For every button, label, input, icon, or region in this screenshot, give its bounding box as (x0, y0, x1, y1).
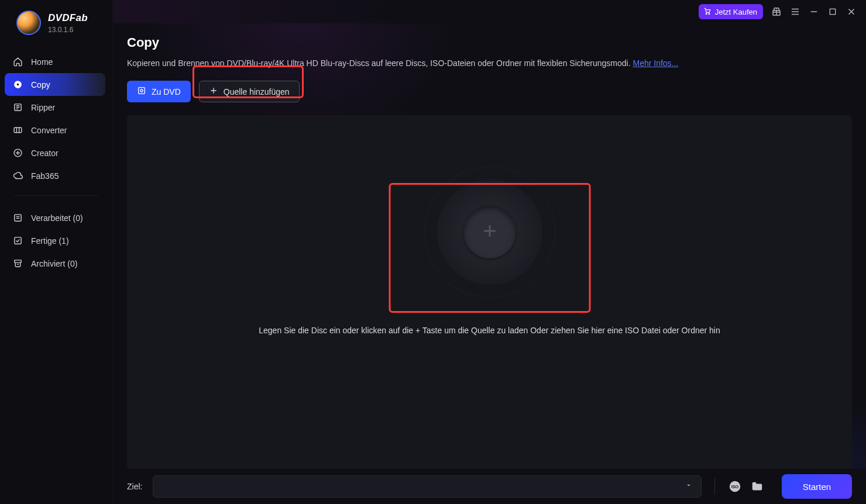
to-dvd-button[interactable]: Zu DVD (127, 81, 191, 102)
svg-text:ISO: ISO (731, 484, 739, 489)
sidebar-item-archived[interactable]: Archiviert (0) (5, 252, 105, 275)
svg-rect-11 (830, 9, 835, 14)
action-row: Zu DVD Quelle hinzufügen (127, 81, 852, 102)
page-description-text: Kopieren und Brennen von DVD/Blu-ray/4K … (127, 58, 633, 68)
sidebar-item-ripper[interactable]: Ripper (5, 96, 105, 119)
app-name: DVDFab (48, 12, 88, 24)
chevron-down-icon (685, 481, 693, 492)
titlebar: Jetzt Kaufen (113, 0, 866, 23)
add-source-dropzone[interactable] (437, 179, 542, 285)
sidebar-item-label: Copy (31, 80, 50, 89)
close-icon[interactable] (846, 6, 857, 17)
logo-block: DVDFab 13.0.1.6 (0, 11, 112, 46)
drop-inner (463, 206, 516, 258)
sidebar-item-label: Verarbeitet (0) (31, 213, 83, 223)
sidebar-item-processed[interactable]: Verarbeitet (0) (5, 206, 105, 229)
buy-now-label: Jetzt Kaufen (715, 8, 757, 16)
drop-area: Legen Sie die Disc ein oder klicken auf … (127, 115, 852, 469)
svg-rect-6 (15, 237, 21, 244)
app-window: DVDFab 13.0.1.6 Home Copy Ri (0, 0, 866, 504)
start-label: Starten (803, 482, 831, 492)
sidebar-item-creator[interactable]: Creator (5, 141, 105, 164)
sidebar: DVDFab 13.0.1.6 Home Copy Ri (0, 0, 113, 504)
sidebar-item-label: Converter (31, 126, 67, 135)
disc-icon (13, 80, 23, 89)
plus-icon (209, 86, 218, 97)
sidebar-item-label: Home (31, 57, 53, 67)
cloud-icon (13, 171, 23, 181)
page-title: Copy (127, 35, 852, 50)
content: Copy Kopieren und Brennen von DVD/Blu-ra… (113, 23, 866, 469)
svg-point-13 (140, 89, 143, 92)
sidebar-item-label: Fertige (1) (31, 236, 69, 246)
svg-point-8 (706, 13, 707, 14)
sidebar-item-finished[interactable]: Fertige (1) (5, 229, 105, 252)
logo-text: DVDFab 13.0.1.6 (48, 12, 88, 34)
maximize-icon[interactable] (827, 6, 838, 17)
buy-now-button[interactable]: Jetzt Kaufen (699, 4, 763, 19)
iso-icon[interactable]: ISO (728, 479, 742, 493)
target-select[interactable] (153, 475, 702, 498)
sidebar-item-label: Fab365 (31, 171, 59, 181)
sidebar-item-converter[interactable]: Converter (5, 119, 105, 141)
svg-point-9 (709, 13, 710, 14)
separator (714, 478, 715, 495)
sidebar-item-copy[interactable]: Copy (5, 73, 105, 96)
add-source-button[interactable]: Quelle hinzufügen (199, 81, 300, 102)
minimize-icon[interactable] (809, 6, 819, 17)
sidebar-item-home[interactable]: Home (5, 50, 105, 73)
sidebar-item-label: Archiviert (0) (31, 259, 77, 268)
svg-rect-12 (139, 88, 145, 94)
drop-hint: Legen Sie die Disc ein oder klicken auf … (259, 326, 720, 335)
page-description: Kopieren und Brennen von DVD/Blu-ray/4K … (127, 58, 852, 68)
svg-rect-3 (14, 127, 22, 133)
sidebar-item-fab365[interactable]: Fab365 (5, 164, 105, 187)
main-panel: Jetzt Kaufen Copy Kopieren und Brennen v… (113, 0, 866, 504)
primary-nav: Home Copy Ripper Converter (0, 46, 112, 187)
target-label: Ziel: (127, 482, 142, 491)
gift-icon[interactable] (771, 6, 782, 17)
sidebar-item-label: Ripper (31, 103, 55, 112)
dvd-icon (137, 86, 146, 97)
plus-large-icon (480, 221, 500, 243)
bottombar: Ziel: ISO Starten (113, 469, 866, 504)
start-button[interactable]: Starten (782, 474, 852, 499)
status-nav: Verarbeitet (0) Fertige (1) Archiviert (… (0, 202, 112, 275)
menu-icon[interactable] (790, 6, 800, 17)
more-info-link[interactable]: Mehr Infos... (633, 58, 678, 68)
folder-icon[interactable] (750, 479, 764, 493)
svg-rect-7 (15, 260, 21, 263)
sidebar-divider (14, 195, 98, 196)
app-version: 13.0.1.6 (48, 26, 88, 34)
list-icon (13, 213, 23, 223)
converter-icon (13, 125, 23, 135)
archive-icon (13, 258, 23, 268)
to-dvd-label: Zu DVD (152, 87, 181, 96)
creator-icon (13, 148, 23, 158)
check-list-icon (13, 236, 23, 246)
cart-icon (703, 7, 712, 17)
app-logo-icon (16, 11, 41, 35)
sidebar-item-label: Creator (31, 149, 59, 158)
ripper-icon (13, 102, 23, 112)
home-icon (13, 57, 23, 67)
add-source-label: Quelle hinzufügen (224, 87, 290, 96)
svg-point-1 (17, 84, 19, 86)
